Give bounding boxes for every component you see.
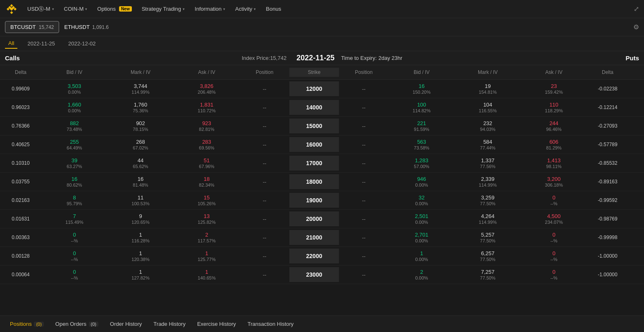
call-bid-iv: 16 80.62%: [41, 174, 107, 189]
call-delta: 0.02163: [0, 193, 41, 208]
table-row[interactable]: 0.01631 7 115.49% 9 120.65% 13 125.82% -…: [0, 210, 644, 228]
table-row[interactable]: 0.00064 0 --% 1 127.82% 1 140.65% -- 230…: [0, 266, 644, 284]
call-ask-iv: 13 125.82%: [174, 211, 240, 226]
btcusdt-button[interactable]: BTCUSDT 15,742: [5, 21, 59, 33]
table-row[interactable]: 0.00363 0 --% 1 116.28% 2 117.57% -- 210…: [0, 228, 644, 247]
put-ask-iv: 1,413 98.11%: [521, 156, 587, 171]
nav-information[interactable]: Information ▾: [191, 3, 229, 14]
call-bid-iv: 7 115.49%: [41, 211, 107, 226]
th-call-position: Position: [240, 68, 289, 77]
put-position: --: [339, 156, 389, 171]
table-row[interactable]: 0.99609 3,503 0.00% 3,744 114.99% 3,826 …: [0, 80, 644, 98]
put-delta: -0.27093: [587, 119, 628, 133]
put-position: --: [339, 137, 389, 152]
tab-transaction-history[interactable]: Transaction History: [243, 318, 299, 330]
call-mark-iv: 902 78.15%: [107, 119, 174, 133]
table-row[interactable]: 0.02163 8 95.79% 11 100.53% 15 105.26% -…: [0, 191, 644, 210]
put-bid-iv: 2,501 0.00%: [389, 211, 455, 226]
put-mark-iv: 5,257 77.50%: [455, 230, 521, 245]
th-put-position: Position: [339, 68, 389, 77]
call-delta: 0.40625: [0, 137, 41, 152]
put-position: --: [339, 100, 389, 115]
call-mark-iv: 9 120.65%: [107, 211, 174, 226]
chevron-icon: ▾: [85, 7, 87, 11]
strike-price: 22000: [289, 249, 339, 263]
th-put-delta: Delta: [587, 68, 628, 77]
strike-price: 17000: [289, 156, 339, 171]
call-ask-iv: 18 82.34%: [174, 174, 240, 189]
chevron-icon: ▾: [183, 7, 185, 11]
call-bid-iv: 0 --%: [41, 249, 107, 263]
call-delta: 0.00363: [0, 230, 41, 245]
call-bid-iv: 1,660 0.00%: [41, 100, 107, 115]
put-mark-iv: 232 94.03%: [455, 119, 521, 133]
settings-icon[interactable]: ⚙: [633, 23, 639, 31]
put-delta: -1.00000: [587, 249, 628, 263]
call-position: --: [240, 137, 289, 152]
put-ask-iv: 3,200 306.18%: [521, 174, 587, 189]
call-position: --: [240, 249, 289, 263]
put-position: --: [339, 174, 389, 189]
table-row[interactable]: 0.00128 0 --% 1 120.38% 1 125.77% -- 220…: [0, 247, 644, 266]
strike-price: 15000: [289, 119, 339, 133]
call-delta: 0.00064: [0, 267, 41, 282]
nav-coin-m[interactable]: COIN-M ▾: [60, 3, 92, 14]
call-ask-iv: 1 140.65%: [174, 267, 240, 282]
put-delta: -0.57789: [587, 137, 628, 152]
tab-exercise-history[interactable]: Exercise History: [192, 318, 241, 330]
call-bid-iv: 39 63.27%: [41, 156, 107, 171]
tab-open-orders[interactable]: Open Orders (0): [50, 318, 103, 330]
strike-price: 20000: [289, 211, 339, 226]
strike-price: 21000: [289, 230, 339, 245]
brand-logo-area: [5, 2, 18, 16]
date-2022-11-25-button[interactable]: 2022-11-25: [24, 39, 58, 48]
call-delta: 0.03755: [0, 174, 41, 189]
put-position: --: [339, 81, 389, 96]
put-bid-iv: 16 150.20%: [389, 81, 455, 96]
put-mark-iv: 104 116.55%: [455, 100, 521, 115]
th-put-ask-iv: Ask / IV: [521, 68, 587, 77]
call-position: --: [240, 211, 289, 226]
put-delta: -0.12214: [587, 100, 628, 115]
tab-trade-history[interactable]: Trade History: [148, 318, 191, 330]
call-mark-iv: 1 120.38%: [107, 249, 174, 263]
put-ask-iv: 23 159.42%: [521, 81, 587, 96]
put-bid-iv: 563 73.58%: [389, 137, 455, 152]
nav-bonus[interactable]: Bonus: [262, 3, 285, 14]
table-row[interactable]: 0.03755 16 80.62% 16 81.48% 18 82.34% --…: [0, 173, 644, 191]
call-ask-iv: 15 105.26%: [174, 193, 240, 208]
ethusdt-price: 1,091.6: [92, 24, 109, 30]
put-mark-iv: 4,264 114.99%: [455, 211, 521, 226]
put-bid-iv: 32 0.00%: [389, 193, 455, 208]
table-row[interactable]: 0.96023 1,660 0.00% 1,760 75.36% 1,831 1…: [0, 98, 644, 117]
call-mark-iv: 1,760 75.36%: [107, 100, 174, 115]
put-mark-iv: 1,337 77.56%: [455, 156, 521, 171]
th-call-bid-iv: Bid / IV: [41, 68, 107, 77]
date-all-button[interactable]: All: [5, 38, 17, 49]
nav-options[interactable]: Options New: [93, 3, 136, 14]
put-ask-iv: 244 96.46%: [521, 119, 587, 133]
calls-label: Calls: [5, 55, 20, 62]
tab-positions[interactable]: Positions (0): [5, 318, 49, 330]
call-position: --: [240, 267, 289, 282]
nav-strategy-trading[interactable]: Strategy Trading ▾: [138, 3, 189, 14]
nav-usd-m[interactable]: USDⓢ-M ▾: [23, 3, 58, 15]
ethusdt-item[interactable]: ETHUSDT 1,091.6: [64, 24, 108, 30]
table-row[interactable]: 0.10310 39 63.27% 44 65.62% 51 67.96% --…: [0, 154, 644, 173]
call-delta: 0.76366: [0, 119, 41, 133]
call-position: --: [240, 119, 289, 133]
th-put-bid-iv: Bid / IV: [389, 68, 455, 77]
tab-order-history[interactable]: Order History: [105, 318, 147, 330]
call-bid-iv: 0 --%: [41, 230, 107, 245]
call-bid-iv: 0 --%: [41, 267, 107, 282]
put-delta: -0.89163: [587, 174, 628, 189]
call-bid-iv: 8 95.79%: [41, 193, 107, 208]
expiry-value: 2day 23hr: [378, 55, 402, 61]
put-mark-iv: 7,257 77.50%: [455, 267, 521, 282]
call-position: --: [240, 193, 289, 208]
expand-icon[interactable]: ⤢: [634, 5, 639, 13]
table-row[interactable]: 0.40625 255 64.49% 268 67.02% 283 69.56%…: [0, 135, 644, 154]
nav-activity[interactable]: Activity ▾: [231, 3, 260, 14]
table-row[interactable]: 0.76366 882 73.48% 902 78.15% 923 82.81%…: [0, 117, 644, 135]
date-2022-12-02-button[interactable]: 2022-12-02: [65, 39, 99, 48]
